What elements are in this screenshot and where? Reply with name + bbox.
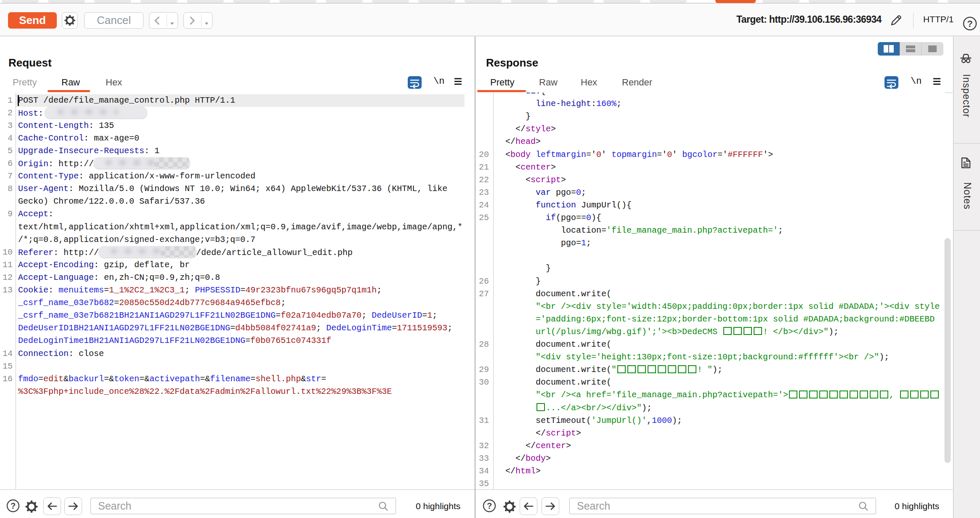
svg-text:?: ?: [11, 501, 16, 510]
svg-text:?: ?: [487, 501, 492, 510]
svg-text:?: ?: [967, 19, 972, 29]
